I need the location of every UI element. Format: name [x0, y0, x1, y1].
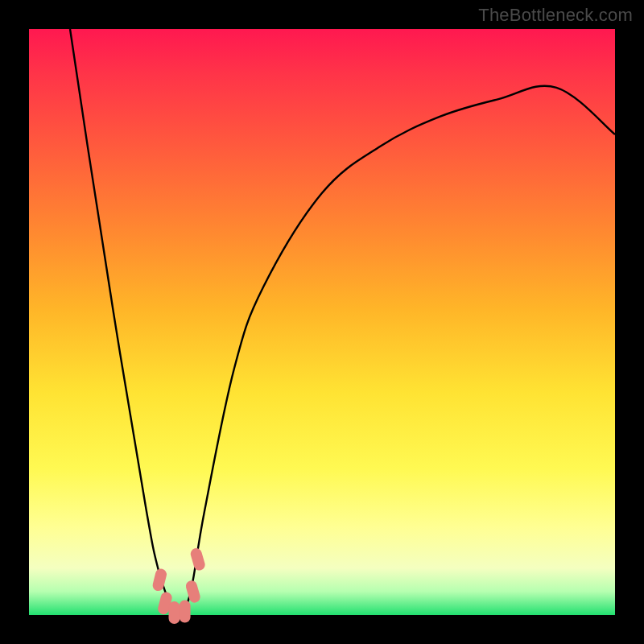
trough-marker	[189, 547, 206, 572]
trough-marker	[180, 601, 191, 623]
trough-marker	[151, 568, 167, 592]
curve-path	[70, 29, 615, 617]
watermark-text: TheBottleneck.com	[478, 5, 633, 26]
trough-marker	[184, 580, 201, 605]
plot-area	[29, 29, 615, 615]
chart-frame: TheBottleneck.com	[0, 0, 644, 644]
bottleneck-curve	[70, 29, 615, 617]
trough-markers	[151, 547, 206, 624]
curve-layer	[29, 29, 615, 615]
trough-marker	[169, 601, 180, 624]
